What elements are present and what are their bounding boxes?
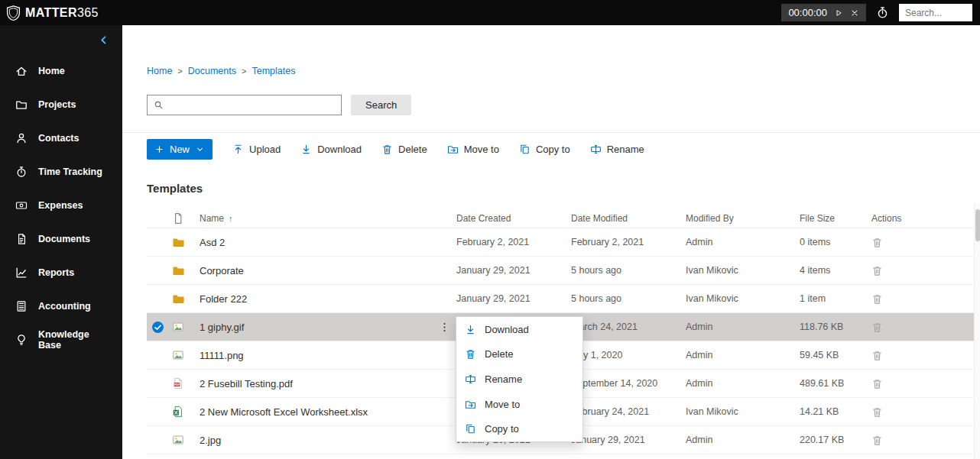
- context-menu-label: Move to: [485, 399, 520, 410]
- date-modified-column-header[interactable]: Date Modified: [571, 213, 686, 224]
- folder-icon: [172, 264, 184, 276]
- table-row[interactable]: Asd 2 February 2, 2021 February 2, 2021 …: [147, 228, 974, 257]
- trash-icon: [871, 406, 883, 418]
- top-bar: MATTER365 00:00:00: [0, 0, 980, 25]
- row-delete-button[interactable]: [871, 350, 883, 361]
- trash-icon: [871, 322, 883, 333]
- modified-by-cell: Ivan Mikovic: [686, 406, 800, 417]
- file-name[interactable]: 2 Fusebill Testing.pdf: [200, 378, 293, 390]
- upload-button[interactable]: Upload: [225, 139, 288, 160]
- download-label: Download: [317, 144, 362, 155]
- row-delete-button[interactable]: [871, 237, 883, 248]
- sidebar-item-documents[interactable]: Documents: [0, 222, 122, 256]
- trash-icon: [871, 378, 883, 390]
- row-delete-button[interactable]: [871, 378, 883, 390]
- chart-icon: [15, 267, 28, 279]
- context-menu-label: Delete: [485, 348, 514, 360]
- timer-play-button[interactable]: [834, 8, 843, 18]
- search-button[interactable]: Search: [351, 95, 411, 115]
- document-icon: [15, 233, 28, 245]
- table-row[interactable]: Corporate January 29, 2021 5 hours ago I…: [147, 257, 974, 285]
- money-icon: [15, 199, 28, 212]
- sidebar-item-reports[interactable]: Reports: [0, 256, 122, 289]
- modified-by-cell: Ivan Mikovic: [686, 293, 800, 304]
- new-button[interactable]: New: [147, 139, 213, 160]
- copy-to-icon: [465, 423, 476, 435]
- matter365-app: MATTER365 00:00:00 Home: [0, 0, 980, 459]
- breadcrumb-documents[interactable]: Documents: [188, 66, 236, 76]
- sidebar-item-accounting[interactable]: Accounting: [0, 289, 122, 323]
- row-delete-button[interactable]: [871, 406, 883, 418]
- row-select-cell[interactable]: [147, 321, 172, 334]
- row-delete-button[interactable]: [871, 435, 883, 446]
- table-row[interactable]: Folder 222 January 29, 2021 5 hours ago …: [147, 285, 974, 313]
- brand-name: MATTER365: [25, 6, 99, 20]
- sidebar-item-time-tracking[interactable]: Time Tracking: [0, 155, 122, 189]
- context-menu-label: Download: [485, 324, 529, 335]
- date-created-column-header[interactable]: Date Created: [456, 213, 571, 224]
- chevron-down-icon: [196, 145, 204, 154]
- context-menu-move-to[interactable]: Move to: [456, 392, 582, 417]
- row-overflow-menu-button[interactable]: [439, 322, 450, 333]
- file-name[interactable]: 11111.png: [200, 350, 244, 361]
- stopwatch-icon: [15, 166, 28, 178]
- scrollbar-thumb[interactable]: [975, 209, 980, 241]
- context-menu-rename[interactable]: Rename: [456, 367, 582, 392]
- move-to-label: Move to: [464, 144, 499, 155]
- date-modified-cell: February 2, 2021: [571, 237, 686, 247]
- sidebar: Home Projects Contacts Time Tracking Exp…: [0, 25, 122, 459]
- brand-logo[interactable]: MATTER365: [6, 5, 99, 21]
- sidebar-item-label: Expenses: [38, 200, 83, 211]
- file-name[interactable]: 2.jpg: [200, 435, 221, 446]
- sidebar-item-label: Knowledge Base: [38, 329, 107, 351]
- rename-button[interactable]: Rename: [582, 139, 652, 160]
- file-name[interactable]: 1 giphy.gif: [200, 322, 244, 333]
- date-modified-cell: February 24, 2021: [571, 406, 686, 417]
- sidebar-item-label: Time Tracking: [38, 166, 102, 177]
- context-menu-copy-to[interactable]: Copy to: [456, 416, 582, 441]
- download-button[interactable]: Download: [293, 139, 369, 160]
- file-size-cell: 59.45 KB: [800, 350, 871, 360]
- sidebar-collapse-button[interactable]: [99, 35, 109, 45]
- file-size-column-header[interactable]: File Size: [800, 213, 871, 224]
- file-name[interactable]: 2 New Microsoft Excel Worksheet.xlsx: [200, 406, 368, 418]
- context-menu-delete[interactable]: Delete: [456, 342, 582, 367]
- breadcrumb-home[interactable]: Home: [147, 66, 172, 76]
- context-menu-download[interactable]: Download: [456, 317, 582, 342]
- file-name[interactable]: Asd 2: [200, 237, 225, 248]
- modified-by-cell: Admin: [686, 378, 800, 389]
- modified-by-column-header[interactable]: Modified By: [686, 213, 800, 224]
- global-search-input[interactable]: [899, 4, 972, 21]
- image-file-icon: [172, 349, 184, 361]
- copy-to-button[interactable]: Copy to: [511, 139, 578, 160]
- file-name[interactable]: Folder 222: [200, 293, 247, 305]
- chevron-left-icon: [99, 35, 109, 45]
- sidebar-item-home[interactable]: Home: [0, 54, 122, 88]
- row-delete-button[interactable]: [871, 322, 883, 333]
- vertical-scrollbar[interactable]: [974, 203, 980, 459]
- copy-to-label: Copy to: [536, 144, 570, 155]
- breadcrumb-separator: >: [177, 66, 182, 76]
- sidebar-item-label: Contacts: [38, 133, 79, 144]
- trash-icon: [871, 435, 883, 446]
- lightbulb-icon: [15, 334, 28, 346]
- sidebar-item-label: Projects: [38, 99, 76, 110]
- move-to-button[interactable]: Move to: [440, 139, 507, 160]
- play-icon: [834, 8, 843, 18]
- breadcrumb-templates[interactable]: Templates: [251, 66, 295, 76]
- file-search-input[interactable]: [168, 99, 335, 111]
- sidebar-item-knowledge-base[interactable]: Knowledge Base: [0, 323, 122, 357]
- copy-to-icon: [519, 144, 531, 155]
- row-delete-button[interactable]: [871, 265, 883, 276]
- plus-icon: [155, 145, 164, 154]
- stopwatch-button[interactable]: [876, 6, 889, 19]
- name-column-header[interactable]: Name↑: [200, 213, 456, 224]
- file-name[interactable]: Corporate: [200, 265, 244, 276]
- sidebar-item-expenses[interactable]: Expenses: [0, 189, 122, 222]
- rename-label: Rename: [607, 144, 644, 155]
- sidebar-item-contacts[interactable]: Contacts: [0, 121, 122, 155]
- timer-close-button[interactable]: [850, 8, 859, 18]
- sidebar-item-projects[interactable]: Projects: [0, 88, 122, 121]
- row-delete-button[interactable]: [871, 293, 883, 305]
- delete-button[interactable]: Delete: [374, 139, 435, 160]
